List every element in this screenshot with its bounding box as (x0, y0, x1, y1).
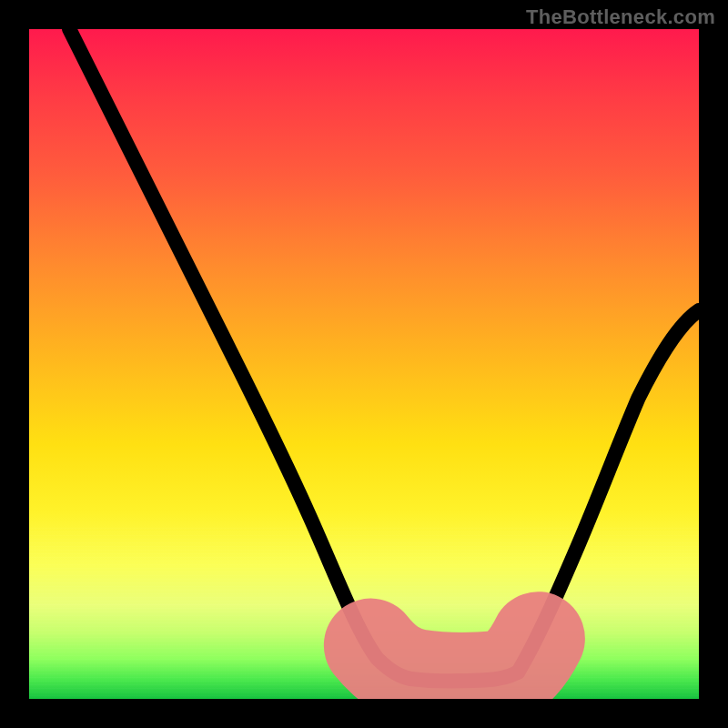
left-curve (69, 29, 410, 679)
chart-frame: TheBottleneck.com (0, 0, 728, 728)
valley-highlight (370, 639, 538, 680)
plot-area (29, 29, 699, 699)
watermark-text: TheBottleneck.com (526, 5, 715, 29)
curve-layer (29, 29, 699, 699)
